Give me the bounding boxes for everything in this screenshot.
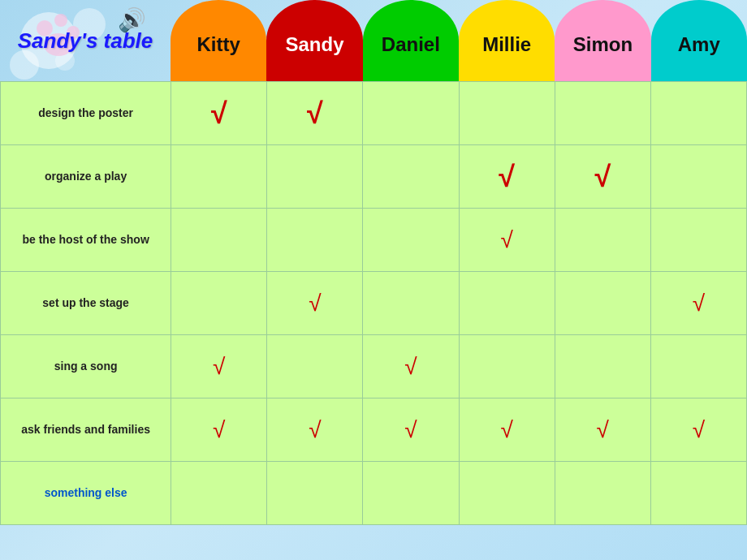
check-mark: √ <box>211 97 227 130</box>
cell-4-amy <box>650 335 746 398</box>
col-header-millie: Millie <box>459 0 555 81</box>
row-label-4: sing a song <box>1 335 171 398</box>
table-wrapper: design the poster√√organize a play√√be t… <box>0 81 747 525</box>
check-mark: √ <box>597 417 609 442</box>
check-mark: √ <box>499 160 515 193</box>
cell-4-sandy <box>267 335 363 398</box>
cell-0-sandy: √ <box>267 82 363 145</box>
cell-6-kitty <box>171 462 267 525</box>
cell-3-sandy: √ <box>267 272 363 335</box>
cell-3-kitty <box>171 272 267 335</box>
check-mark: √ <box>309 291 321 316</box>
cell-0-kitty: √ <box>171 82 267 145</box>
cell-5-simon: √ <box>555 398 650 462</box>
cell-5-sandy: √ <box>267 398 363 462</box>
cell-5-daniel: √ <box>363 398 459 462</box>
cell-5-amy: √ <box>650 398 746 462</box>
table-row: something else <box>1 462 747 525</box>
col-header-daniel: Daniel <box>363 0 459 81</box>
cell-5-kitty: √ <box>171 398 267 462</box>
table-row: design the poster√√ <box>1 82 747 145</box>
check-mark: √ <box>500 417 512 442</box>
cell-4-millie <box>459 335 555 398</box>
cell-6-daniel <box>363 462 459 525</box>
cell-2-sandy <box>267 209 363 272</box>
cell-0-amy <box>650 82 746 145</box>
main-container: Sandy's table 🔊 KittySandyDanielMillieSi… <box>0 0 747 560</box>
cell-6-amy <box>650 462 746 525</box>
col-header-simon: Simon <box>555 0 650 81</box>
cell-2-simon <box>555 209 650 272</box>
check-mark: √ <box>213 417 225 442</box>
check-mark: √ <box>307 97 323 130</box>
cell-3-daniel <box>363 272 459 335</box>
header: Sandy's table 🔊 KittySandyDanielMillieSi… <box>0 0 747 81</box>
check-mark: √ <box>693 417 705 442</box>
cell-4-kitty: √ <box>171 335 267 398</box>
check-mark: √ <box>213 354 225 379</box>
cell-6-sandy <box>267 462 363 525</box>
cell-2-amy <box>650 209 746 272</box>
cell-2-kitty <box>171 209 267 272</box>
cell-5-millie: √ <box>459 398 555 462</box>
table-row: organize a play√√ <box>1 145 747 209</box>
cell-0-daniel <box>363 82 459 145</box>
title-area: Sandy's table 🔊 <box>0 0 171 81</box>
cell-3-simon <box>555 272 650 335</box>
row-label-2: be the host of the show <box>1 209 171 272</box>
speaker-icon: 🔊 <box>118 6 146 33</box>
cell-2-daniel <box>363 209 459 272</box>
cell-1-millie: √ <box>459 145 555 209</box>
table-row: be the host of the show√ <box>1 209 747 272</box>
cell-3-millie <box>459 272 555 335</box>
cell-4-daniel: √ <box>363 335 459 398</box>
cell-1-simon: √ <box>555 145 650 209</box>
cell-1-sandy <box>267 145 363 209</box>
row-label-1: organize a play <box>1 145 171 209</box>
cell-0-simon <box>555 82 650 145</box>
cell-1-daniel <box>363 145 459 209</box>
check-mark: √ <box>309 417 321 442</box>
cell-1-kitty <box>171 145 267 209</box>
col-header-kitty: Kitty <box>171 0 266 81</box>
col-header-sandy: Sandy <box>266 0 362 81</box>
check-mark: √ <box>404 354 417 379</box>
check-mark: √ <box>404 417 417 442</box>
table-row: sing a song√√ <box>1 335 747 398</box>
main-table: design the poster√√organize a play√√be t… <box>0 81 747 525</box>
row-label-6: something else <box>1 462 171 525</box>
table-row: set up the stage√√ <box>1 272 747 335</box>
check-mark: √ <box>693 291 705 316</box>
cell-3-amy: √ <box>650 272 746 335</box>
check-mark: √ <box>594 160 611 193</box>
cell-2-millie: √ <box>459 209 555 272</box>
cell-4-simon <box>555 335 650 398</box>
cell-0-millie <box>459 82 555 145</box>
col-header-amy: Amy <box>651 0 747 81</box>
column-headers: KittySandyDanielMillieSimonAmy <box>171 0 747 81</box>
cell-6-millie <box>459 462 555 525</box>
row-label-3: set up the stage <box>1 272 171 335</box>
table-row: ask friends and families√√√√√√ <box>1 398 747 462</box>
cell-1-amy <box>650 145 746 209</box>
cell-6-simon <box>555 462 650 525</box>
row-label-5: ask friends and families <box>1 398 171 462</box>
row-label-0: design the poster <box>1 82 171 145</box>
check-mark: √ <box>500 227 512 252</box>
